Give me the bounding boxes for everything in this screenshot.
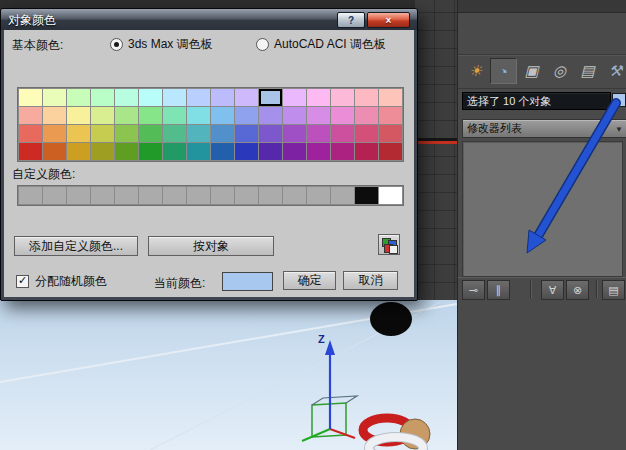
close-button[interactable]: ×: [367, 12, 410, 28]
basic-color-swatch[interactable]: [43, 125, 66, 142]
basic-color-swatch[interactable]: [115, 107, 138, 124]
basic-color-swatch[interactable]: [115, 143, 138, 160]
basic-color-swatch[interactable]: [211, 125, 234, 142]
basic-color-swatch[interactable]: [115, 125, 138, 142]
modifier-stack-list[interactable]: [462, 141, 623, 277]
dialog-titlebar[interactable]: 对象颜色 ? ×: [1, 9, 417, 30]
custom-color-swatch[interactable]: [163, 187, 186, 204]
basic-color-swatch[interactable]: [139, 107, 162, 124]
basic-color-swatch[interactable]: [67, 143, 90, 160]
configure-modifier-sets-button[interactable]: ▤: [602, 280, 625, 300]
tab-motion[interactable]: ◎: [546, 58, 573, 84]
basic-color-swatch[interactable]: [235, 89, 258, 106]
basic-color-swatch[interactable]: [187, 125, 210, 142]
tab-create[interactable]: ☀: [462, 58, 489, 84]
basic-color-swatch[interactable]: [283, 143, 306, 160]
pin-stack-button[interactable]: ⊸: [462, 280, 485, 300]
cancel-button[interactable]: 取消: [343, 271, 398, 290]
basic-color-swatch[interactable]: [163, 107, 186, 124]
radio-3dsmax-palette[interactable]: 3ds Max 调色板: [110, 36, 213, 53]
basic-color-swatch[interactable]: [283, 107, 306, 124]
basic-color-swatch[interactable]: [187, 107, 210, 124]
basic-color-swatch[interactable]: [307, 89, 330, 106]
basic-color-swatch[interactable]: [355, 89, 378, 106]
custom-color-swatch[interactable]: [115, 187, 138, 204]
basic-color-swatch[interactable]: [115, 89, 138, 106]
basic-color-swatch[interactable]: [355, 125, 378, 142]
basic-color-swatch[interactable]: [163, 89, 186, 106]
tab-utilities[interactable]: ⚒: [602, 58, 626, 84]
radio-autocad-palette[interactable]: AutoCAD ACI 调色板: [256, 36, 386, 53]
show-end-result-button[interactable]: ∥: [487, 280, 510, 300]
modifier-list-dropdown[interactable]: 修改器列表 ▼: [462, 119, 626, 138]
tab-modify[interactable]: ◔: [490, 58, 517, 84]
perspective-viewport[interactable]: Z: [0, 300, 457, 450]
remove-modifier-button[interactable]: ⊗: [566, 280, 589, 300]
basic-color-swatch[interactable]: [19, 107, 42, 124]
basic-color-swatch[interactable]: [259, 143, 282, 160]
basic-color-swatch[interactable]: [67, 107, 90, 124]
custom-color-swatch[interactable]: [331, 187, 354, 204]
z-axis-arrowhead[interactable]: [325, 340, 335, 355]
black-sphere-object[interactable]: [370, 302, 412, 336]
basic-color-swatch[interactable]: [211, 107, 234, 124]
custom-color-swatch[interactable]: [211, 187, 234, 204]
custom-color-swatch[interactable]: [379, 187, 402, 204]
basic-color-swatch[interactable]: [379, 125, 402, 142]
custom-color-swatch[interactable]: [19, 187, 42, 204]
add-custom-colors-button[interactable]: 添加自定义颜色...: [14, 236, 138, 256]
ok-button[interactable]: 确定: [283, 271, 336, 290]
custom-color-swatch[interactable]: [283, 187, 306, 204]
x-axis-handle[interactable]: [330, 429, 355, 438]
custom-color-swatch[interactable]: [139, 187, 162, 204]
basic-color-swatch[interactable]: [139, 143, 162, 160]
basic-color-swatch[interactable]: [331, 143, 354, 160]
basic-color-swatch[interactable]: [355, 107, 378, 124]
basic-color-swatch[interactable]: [331, 107, 354, 124]
basic-color-swatch[interactable]: [235, 143, 258, 160]
by-object-button[interactable]: 按对象: [148, 236, 274, 256]
object-name-field[interactable]: 选择了 10 个对象: [462, 92, 611, 110]
tab-hierarchy[interactable]: ▣: [518, 58, 545, 84]
basic-color-swatch[interactable]: [379, 143, 402, 160]
custom-color-swatch[interactable]: [235, 187, 258, 204]
basic-color-swatch[interactable]: [235, 107, 258, 124]
custom-color-swatch[interactable]: [67, 187, 90, 204]
top-viewport-strip[interactable]: [415, 0, 457, 300]
basic-color-swatch[interactable]: [235, 125, 258, 142]
basic-color-swatch[interactable]: [259, 107, 282, 124]
basic-color-swatch[interactable]: [19, 125, 42, 142]
tab-display[interactable]: ▤: [574, 58, 601, 84]
basic-color-swatch[interactable]: [43, 89, 66, 106]
basic-color-swatch[interactable]: [91, 107, 114, 124]
assign-random-colors-checkbox[interactable]: 分配随机颜色: [16, 273, 107, 290]
basic-color-swatch[interactable]: [139, 89, 162, 106]
custom-color-swatch[interactable]: [355, 187, 378, 204]
basic-color-swatch[interactable]: [187, 143, 210, 160]
help-button[interactable]: ?: [337, 12, 365, 28]
object-color-chip[interactable]: [612, 93, 626, 107]
basic-color-swatch[interactable]: [139, 125, 162, 142]
basic-color-swatch[interactable]: [259, 89, 282, 106]
custom-color-swatch[interactable]: [91, 187, 114, 204]
custom-color-swatch[interactable]: [307, 187, 330, 204]
basic-color-swatch[interactable]: [163, 125, 186, 142]
basic-color-swatch[interactable]: [331, 125, 354, 142]
basic-color-swatch[interactable]: [211, 143, 234, 160]
basic-color-swatch[interactable]: [331, 89, 354, 106]
basic-color-swatch[interactable]: [307, 107, 330, 124]
basic-color-swatch[interactable]: [43, 107, 66, 124]
basic-color-swatch[interactable]: [307, 125, 330, 142]
basic-color-swatch[interactable]: [259, 125, 282, 142]
custom-color-swatch[interactable]: [43, 187, 66, 204]
basic-color-swatch[interactable]: [19, 89, 42, 106]
basic-color-swatch[interactable]: [91, 89, 114, 106]
basic-color-swatch[interactable]: [283, 89, 306, 106]
basic-color-swatch[interactable]: [19, 143, 42, 160]
basic-color-swatch[interactable]: [163, 143, 186, 160]
basic-color-swatch[interactable]: [355, 143, 378, 160]
basic-color-swatch[interactable]: [91, 143, 114, 160]
basic-color-swatch[interactable]: [187, 89, 210, 106]
y-axis-handle[interactable]: [302, 429, 330, 441]
basic-color-swatch[interactable]: [283, 125, 306, 142]
